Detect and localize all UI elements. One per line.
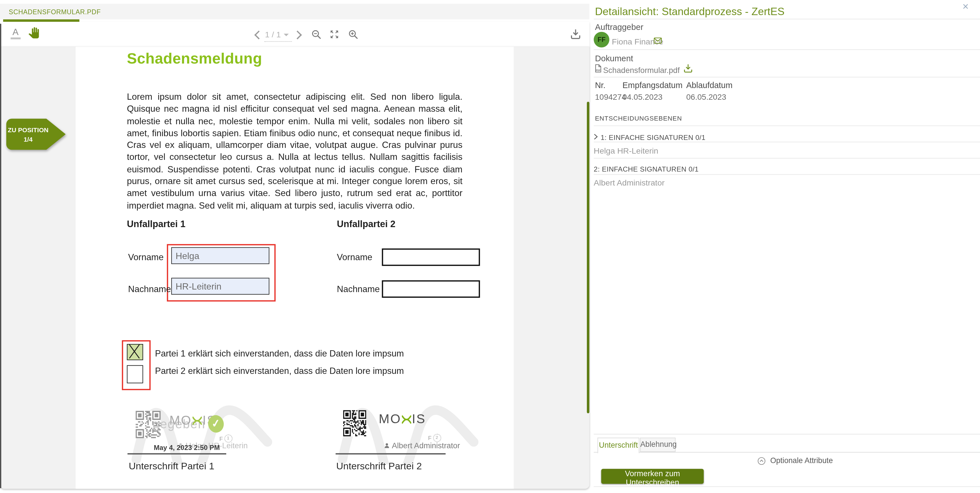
divider xyxy=(594,174,980,175)
divider xyxy=(594,19,980,19)
dokument-label: Dokument xyxy=(595,54,633,63)
empfangsdatum-header: Empfangsdatum xyxy=(622,80,682,89)
divider xyxy=(594,158,980,159)
signature2-caption: Unterschrift Partei 2 xyxy=(336,461,422,472)
party1-consent-checkbox[interactable] xyxy=(127,344,143,360)
level-number-icon: 2 xyxy=(433,434,441,442)
party1-nachname-label: Nachname xyxy=(128,284,171,294)
ablaufdatum-value: 06.05.2023 xyxy=(686,92,726,101)
signature-block-party2[interactable]: MO IS F 2 Albert Administrator Unterschr… xyxy=(331,392,481,473)
zoom-in-icon[interactable] xyxy=(348,29,359,40)
moxis-x-icon xyxy=(402,415,411,424)
chevron-down-icon xyxy=(284,33,289,36)
party2-nachname-label: Nachname xyxy=(337,284,380,294)
pan-hand-icon[interactable] xyxy=(28,27,39,39)
party2-vorname-label: Vorname xyxy=(337,252,372,262)
checkbox-x-mark xyxy=(126,344,143,360)
signature2-level-badge: F 2 xyxy=(428,434,441,442)
position-badge-line2: 1/4 xyxy=(6,136,50,143)
moxis-logo-signature2: MO IS xyxy=(379,412,426,426)
page-input-underline xyxy=(264,41,292,41)
signature1-line xyxy=(127,453,226,454)
download-document-icon[interactable] xyxy=(571,29,581,39)
owner-avatar: FF xyxy=(594,32,609,48)
close-icon[interactable]: × xyxy=(963,0,969,13)
signature2-line xyxy=(336,453,445,454)
fit-to-screen-icon[interactable] xyxy=(329,29,339,39)
page-number-control[interactable]: 1 / 1 xyxy=(265,30,289,39)
chevron-right-icon xyxy=(594,134,598,140)
panel-title: Detailansicht: Standardprozess - ZertES xyxy=(595,5,784,18)
divider xyxy=(594,486,980,487)
party1-consent-text: Partei 1 erklärt sich einverstanden, das… xyxy=(155,348,404,358)
auftraggeber-label: Auftraggeber xyxy=(595,22,643,32)
svg-text:PDF: PDF xyxy=(596,69,601,71)
viewer-scrollbar-thumb[interactable] xyxy=(587,102,589,413)
divider xyxy=(594,76,980,77)
circle-chevron-icon xyxy=(757,457,765,464)
tab-schadensformular[interactable]: SCHADENSFORMULAR.PDF xyxy=(0,4,84,19)
active-tab-indicator xyxy=(3,19,79,22)
tab-unterschrift[interactable]: Unterschrift xyxy=(597,438,640,453)
nr-header: Nr. xyxy=(595,80,605,89)
document-paragraph: Lorem ipsum dolor sit amet, consectetur … xyxy=(127,91,463,212)
divider xyxy=(594,125,980,126)
party1-heading: Unfallpartei 1 xyxy=(127,219,185,229)
zoom-out-icon[interactable] xyxy=(311,29,322,40)
party1-vorname-label: Vorname xyxy=(128,252,164,262)
text-tool-icon: A xyxy=(13,27,19,37)
moxis-x-icon xyxy=(192,416,202,425)
party1-nachname-input[interactable] xyxy=(171,278,269,295)
entscheidungsebenen-label: ENTSCHEIDUNGSEBENEN xyxy=(595,115,682,122)
position-arrow-shape xyxy=(6,119,65,150)
optionale-attribute-label: Optionale Attribute xyxy=(770,456,833,465)
person-icon xyxy=(384,442,390,449)
party2-consent-text: Partei 2 erklärt sich einverstanden, das… xyxy=(155,366,404,376)
signature1-timestamp: May 4, 2023 2:50 PM xyxy=(154,444,220,452)
party1-vorname-input[interactable] xyxy=(171,247,269,264)
divider xyxy=(594,49,980,50)
tab-baseline xyxy=(594,452,980,452)
position-badge-line1: ZU POSITION xyxy=(6,127,50,134)
divider xyxy=(594,434,980,434)
party2-heading: Unfallpartei 2 xyxy=(337,219,395,229)
level1-header[interactable]: 1: EINFACHE SIGNATUREN 0/1 xyxy=(601,134,706,141)
divider xyxy=(594,142,980,142)
signature2-signer: Albert Administrator xyxy=(384,441,460,450)
app: SCHADENSFORMULAR.PDF A 1 / 1 ZU xyxy=(0,0,980,493)
level2-header[interactable]: 2: EINFACHE SIGNATUREN 0/1 xyxy=(594,165,699,173)
vormerken-button[interactable]: Vormerken zum Unterschreiben xyxy=(601,469,703,483)
party2-consent-checkbox[interactable] xyxy=(127,365,143,384)
party2-nachname-input[interactable] xyxy=(382,281,480,298)
signature1-caption: Unterschrift Partei 1 xyxy=(129,461,214,472)
qr-code-signature2 xyxy=(343,410,366,436)
document-title: Schadensmeldung xyxy=(127,50,262,67)
text-annotation-tool-button[interactable]: A xyxy=(11,27,21,39)
party2-vorname-input[interactable] xyxy=(382,249,480,266)
nr-value: 1094274 xyxy=(595,92,626,101)
left-edge-divider xyxy=(0,24,1,488)
tab-ablehnung[interactable]: Ablehnung xyxy=(640,438,675,452)
signature-block-party1[interactable]: gegeben MO IS ✓ F 1 Helga HR-Leiterin Ma… xyxy=(125,392,275,473)
email-icon[interactable] xyxy=(654,37,662,44)
tab-label: SCHADENSFORMULAR.PDF xyxy=(9,8,101,15)
file-name: Schadensformular.pdf xyxy=(603,66,679,75)
download-file-icon[interactable] xyxy=(684,63,693,73)
zu-position-button[interactable]: ZU POSITION 1/4 xyxy=(6,119,65,150)
pdf-file-icon: PDF xyxy=(595,64,601,72)
level2-signer: Albert Administrator xyxy=(594,178,665,187)
level1-signer: Helga HR-Leiterin xyxy=(594,146,658,155)
empfangsdatum-value: 04.05.2023 xyxy=(622,92,662,101)
optionale-attribute-toggle[interactable]: Optionale Attribute xyxy=(757,456,833,465)
ablaufdatum-header: Ablaufdatum xyxy=(686,80,732,89)
page-indicator: 1 / 1 xyxy=(265,30,281,39)
